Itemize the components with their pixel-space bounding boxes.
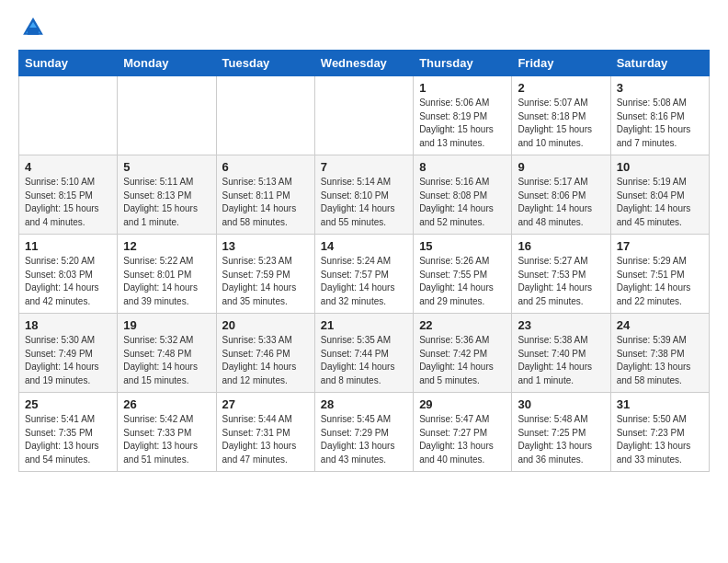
day-info: Sunrise: 5:41 AM Sunset: 7:35 PM Dayligh… — [25, 413, 111, 466]
day-info: Sunrise: 5:06 AM Sunset: 8:19 PM Dayligh… — [419, 97, 506, 150]
calendar-cell: 27Sunrise: 5:44 AM Sunset: 7:31 PM Dayli… — [216, 393, 314, 472]
calendar-cell: 24Sunrise: 5:39 AM Sunset: 7:38 PM Dayli… — [610, 314, 709, 393]
calendar-week-row: 4Sunrise: 5:10 AM Sunset: 8:15 PM Daylig… — [19, 155, 710, 235]
calendar-cell: 9Sunrise: 5:17 AM Sunset: 8:06 PM Daylig… — [512, 155, 610, 235]
day-number: 18 — [25, 318, 111, 332]
calendar-cell: 2Sunrise: 5:07 AM Sunset: 8:18 PM Daylig… — [512, 76, 610, 155]
day-number: 11 — [25, 239, 111, 253]
calendar-week-row: 11Sunrise: 5:20 AM Sunset: 8:03 PM Dayli… — [19, 235, 710, 314]
day-info: Sunrise: 5:42 AM Sunset: 7:33 PM Dayligh… — [123, 413, 210, 466]
col-header-friday: Friday — [512, 51, 610, 76]
calendar-cell: 20Sunrise: 5:33 AM Sunset: 7:46 PM Dayli… — [216, 314, 314, 393]
day-info: Sunrise: 5:08 AM Sunset: 8:16 PM Dayligh… — [617, 97, 703, 150]
col-header-wednesday: Wednesday — [314, 51, 413, 76]
calendar-cell — [19, 76, 118, 155]
calendar-table: SundayMondayTuesdayWednesdayThursdayFrid… — [18, 50, 710, 472]
day-number: 28 — [321, 397, 407, 411]
day-number: 20 — [222, 318, 309, 332]
day-info: Sunrise: 5:22 AM Sunset: 8:01 PM Dayligh… — [123, 255, 210, 308]
day-info: Sunrise: 5:19 AM Sunset: 8:04 PM Dayligh… — [617, 176, 703, 229]
day-info: Sunrise: 5:17 AM Sunset: 8:06 PM Dayligh… — [518, 176, 604, 229]
page: SundayMondayTuesdayWednesdayThursdayFrid… — [0, 0, 728, 487]
day-number: 4 — [25, 160, 111, 174]
day-info: Sunrise: 5:11 AM Sunset: 8:13 PM Dayligh… — [123, 176, 210, 229]
day-number: 16 — [518, 239, 604, 253]
day-number: 5 — [123, 160, 210, 174]
day-info: Sunrise: 5:23 AM Sunset: 7:59 PM Dayligh… — [222, 255, 309, 308]
day-info: Sunrise: 5:38 AM Sunset: 7:40 PM Dayligh… — [518, 334, 604, 387]
day-info: Sunrise: 5:27 AM Sunset: 7:53 PM Dayligh… — [518, 255, 604, 308]
day-number: 27 — [222, 397, 309, 411]
calendar-cell — [216, 76, 314, 155]
day-info: Sunrise: 5:39 AM Sunset: 7:38 PM Dayligh… — [617, 334, 703, 387]
day-info: Sunrise: 5:36 AM Sunset: 7:42 PM Dayligh… — [419, 334, 506, 387]
calendar-week-row: 1Sunrise: 5:06 AM Sunset: 8:19 PM Daylig… — [19, 76, 710, 155]
calendar-cell: 18Sunrise: 5:30 AM Sunset: 7:49 PM Dayli… — [19, 314, 118, 393]
calendar-cell — [118, 76, 216, 155]
calendar-cell: 28Sunrise: 5:45 AM Sunset: 7:29 PM Dayli… — [314, 393, 413, 472]
day-number: 7 — [321, 160, 407, 174]
day-info: Sunrise: 5:20 AM Sunset: 8:03 PM Dayligh… — [25, 255, 111, 308]
day-info: Sunrise: 5:35 AM Sunset: 7:44 PM Dayligh… — [321, 334, 407, 387]
calendar-cell: 6Sunrise: 5:13 AM Sunset: 8:11 PM Daylig… — [216, 155, 314, 235]
calendar-cell: 16Sunrise: 5:27 AM Sunset: 7:53 PM Dayli… — [512, 235, 610, 314]
calendar-cell: 29Sunrise: 5:47 AM Sunset: 7:27 PM Dayli… — [414, 393, 512, 472]
calendar-cell: 11Sunrise: 5:20 AM Sunset: 8:03 PM Dayli… — [19, 235, 118, 314]
calendar-cell: 25Sunrise: 5:41 AM Sunset: 7:35 PM Dayli… — [19, 393, 118, 472]
day-info: Sunrise: 5:07 AM Sunset: 8:18 PM Dayligh… — [518, 97, 604, 150]
col-header-tuesday: Tuesday — [216, 51, 314, 76]
day-number: 9 — [518, 160, 604, 174]
day-number: 15 — [419, 239, 506, 253]
day-info: Sunrise: 5:44 AM Sunset: 7:31 PM Dayligh… — [222, 413, 309, 466]
col-header-monday: Monday — [118, 51, 216, 76]
day-info: Sunrise: 5:14 AM Sunset: 8:10 PM Dayligh… — [321, 176, 407, 229]
day-info: Sunrise: 5:47 AM Sunset: 7:27 PM Dayligh… — [419, 413, 506, 466]
day-number: 10 — [617, 160, 703, 174]
col-header-saturday: Saturday — [610, 51, 709, 76]
calendar-week-row: 18Sunrise: 5:30 AM Sunset: 7:49 PM Dayli… — [19, 314, 710, 393]
day-number: 12 — [123, 239, 210, 253]
calendar-cell: 19Sunrise: 5:32 AM Sunset: 7:48 PM Dayli… — [118, 314, 216, 393]
day-number: 29 — [419, 397, 506, 411]
calendar-cell: 23Sunrise: 5:38 AM Sunset: 7:40 PM Dayli… — [512, 314, 610, 393]
calendar-cell: 4Sunrise: 5:10 AM Sunset: 8:15 PM Daylig… — [19, 155, 118, 235]
day-number: 17 — [617, 239, 703, 253]
day-number: 23 — [518, 318, 604, 332]
day-info: Sunrise: 5:32 AM Sunset: 7:48 PM Dayligh… — [123, 334, 210, 387]
logo-icon — [20, 15, 46, 40]
day-number: 8 — [419, 160, 506, 174]
day-info: Sunrise: 5:29 AM Sunset: 7:51 PM Dayligh… — [617, 255, 703, 308]
day-info: Sunrise: 5:10 AM Sunset: 8:15 PM Dayligh… — [25, 176, 111, 229]
day-number: 13 — [222, 239, 309, 253]
day-info: Sunrise: 5:16 AM Sunset: 8:08 PM Dayligh… — [419, 176, 506, 229]
calendar-cell: 8Sunrise: 5:16 AM Sunset: 8:08 PM Daylig… — [414, 155, 512, 235]
svg-rect-2 — [28, 28, 39, 35]
calendar-cell: 22Sunrise: 5:36 AM Sunset: 7:42 PM Dayli… — [414, 314, 512, 393]
calendar-cell: 31Sunrise: 5:50 AM Sunset: 7:23 PM Dayli… — [610, 393, 709, 472]
day-number: 30 — [518, 397, 604, 411]
day-number: 2 — [518, 81, 604, 95]
day-number: 6 — [222, 160, 309, 174]
day-number: 3 — [617, 81, 703, 95]
calendar-cell: 3Sunrise: 5:08 AM Sunset: 8:16 PM Daylig… — [610, 76, 709, 155]
day-number: 1 — [419, 81, 506, 95]
day-number: 25 — [25, 397, 111, 411]
calendar-cell: 26Sunrise: 5:42 AM Sunset: 7:33 PM Dayli… — [118, 393, 216, 472]
calendar-cell: 17Sunrise: 5:29 AM Sunset: 7:51 PM Dayli… — [610, 235, 709, 314]
calendar-cell — [314, 76, 413, 155]
day-info: Sunrise: 5:33 AM Sunset: 7:46 PM Dayligh… — [222, 334, 309, 387]
day-number: 26 — [123, 397, 210, 411]
day-number: 24 — [617, 318, 703, 332]
col-header-sunday: Sunday — [19, 51, 118, 76]
calendar-cell: 21Sunrise: 5:35 AM Sunset: 7:44 PM Dayli… — [314, 314, 413, 393]
day-info: Sunrise: 5:45 AM Sunset: 7:29 PM Dayligh… — [321, 413, 407, 466]
calendar-cell: 15Sunrise: 5:26 AM Sunset: 7:55 PM Dayli… — [414, 235, 512, 314]
day-info: Sunrise: 5:30 AM Sunset: 7:49 PM Dayligh… — [25, 334, 111, 387]
calendar-cell: 5Sunrise: 5:11 AM Sunset: 8:13 PM Daylig… — [118, 155, 216, 235]
calendar-cell: 30Sunrise: 5:48 AM Sunset: 7:25 PM Dayli… — [512, 393, 610, 472]
header — [18, 15, 710, 40]
day-number: 31 — [617, 397, 703, 411]
calendar-cell: 7Sunrise: 5:14 AM Sunset: 8:10 PM Daylig… — [314, 155, 413, 235]
col-header-thursday: Thursday — [414, 51, 512, 76]
day-number: 21 — [321, 318, 407, 332]
